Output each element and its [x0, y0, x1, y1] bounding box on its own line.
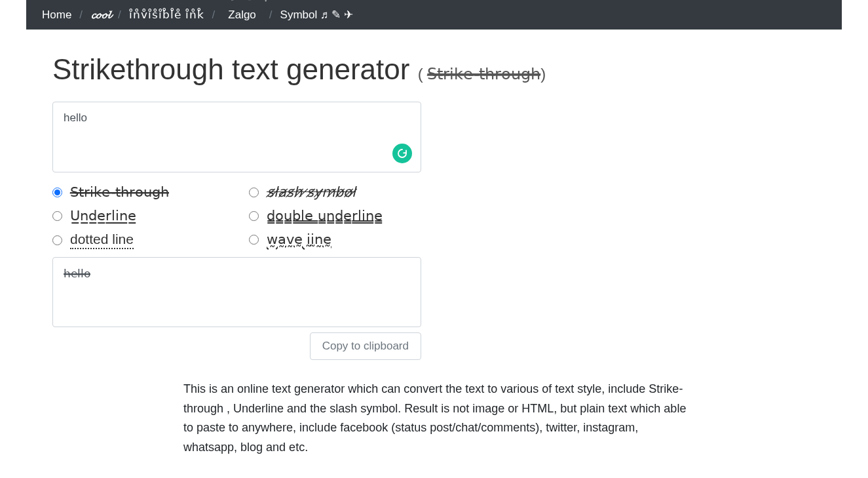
copy-to-clipboard-button[interactable]: Copy to clipboard [310, 332, 421, 360]
label-strike-through[interactable]: S̶t̶r̶i̶k̶e̶-̶t̶h̶r̶o̶u̶g̶h̶ [70, 184, 169, 200]
nav-symbol[interactable]: Symbol ♬ ✎ ✈ [278, 8, 356, 22]
page-title: Strikethrough text generator ( S̶t̶r̶i̶k… [52, 53, 816, 86]
output-textarea[interactable]: h̶e̶l̶l̶o̶ [52, 257, 421, 327]
input-wrapper [52, 102, 421, 172]
radio-slash-symbol[interactable] [249, 188, 259, 197]
style-options: S̶t̶r̶i̶k̶e̶-̶t̶h̶r̶o̶u̶g̶h̶ U̲n̲d̲e̲r̲l… [52, 184, 816, 249]
label-underline[interactable]: U̲n̲d̲e̲r̲l̲i̲n̲e̲ [70, 208, 136, 224]
label-dotted-line[interactable]: dotted line [70, 231, 134, 249]
nav-zalgo[interactable]: Zalgo [225, 9, 259, 21]
label-slash-symbol[interactable]: s̷l̷a̷s̷h̷ ̷s̷y̷m̷b̷o̷l̷ [267, 184, 356, 200]
label-double-underline[interactable]: d̳o̳u̳b̳l̳e̳ ̳u̳n̳d̳e̳r̳l̳i̳n̳e̳ [267, 208, 383, 224]
radio-strike-through[interactable] [52, 188, 62, 197]
description-text: This is an online text generator which c… [183, 380, 688, 458]
top-navbar: Home / 𝓬𝓸𝓸𝓵 / i̊n̊v̊i̊s̊i̊b̊l̊e̊ i̊n̊k̊ … [26, 0, 842, 30]
nav-home[interactable]: Home [39, 9, 74, 22]
nav-cool[interactable]: 𝓬𝓸𝓸𝓵 [88, 9, 113, 22]
nav-separator: / [118, 9, 121, 22]
nav-separator: / [79, 9, 83, 22]
radio-underline[interactable] [52, 211, 62, 221]
label-wave-line[interactable]: w̰a̰v̰ḛ ḭḭn̰ḛ [267, 231, 331, 247]
radio-dotted-line[interactable] [52, 235, 62, 245]
nav-zalgo-wrap: ҉̵̞̟̠̖̗͇̿̀͆͊̅͛͑̂̓ ̷̨̡̢̛̝̀́̂̃̄̅̆̇̈̉̊ ҉̧̨̛… [220, 9, 264, 22]
radio-wave-line[interactable] [249, 235, 259, 245]
nav-separator: / [269, 9, 273, 22]
nav-invisible-ink[interactable]: i̊n̊v̊i̊s̊i̊b̊l̊e̊ i̊n̊k̊ [126, 8, 207, 22]
radio-double-underline[interactable] [249, 211, 259, 221]
input-textarea[interactable] [52, 102, 421, 172]
nav-separator: / [212, 9, 216, 22]
